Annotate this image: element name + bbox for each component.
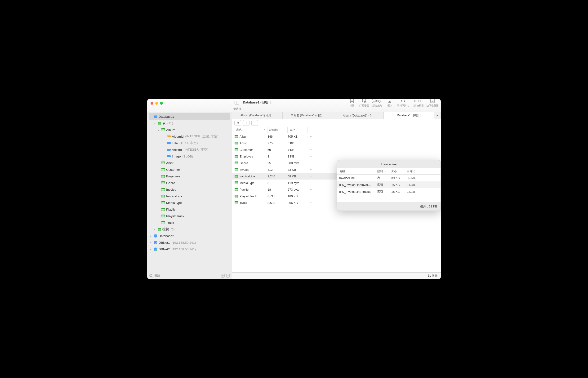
pop-col-size[interactable]: 大小 xyxy=(389,169,404,173)
svg-rect-63 xyxy=(161,201,165,202)
svg-rect-75 xyxy=(161,215,165,215)
sidebar-btn-label: 側邊欄 xyxy=(233,107,241,111)
add-button[interactable]: + xyxy=(243,120,249,126)
chevron-icon: › xyxy=(158,202,160,204)
table-genre[interactable]: ›Genre xyxy=(149,179,230,186)
svg-line-99 xyxy=(152,276,153,277)
svg-rect-87 xyxy=(158,228,161,229)
table-album[interactable]: ⌄Album xyxy=(149,126,230,133)
tab[interactable]: 未命名 (Database1) - [查… xyxy=(283,112,333,119)
sort-asc-icon: ⌃ xyxy=(263,129,265,131)
table-playlisttrack[interactable]: ›PlaylistTrack xyxy=(149,213,230,219)
sidebar: ⌄Database1⌄表 (11)⌄AlbumAlbumId (INTEGER,… xyxy=(147,112,232,279)
tables-group[interactable]: ⌄表 (11) xyxy=(149,120,230,126)
more-button[interactable]: ⋯ xyxy=(310,148,315,152)
db-dbnet1[interactable]: ›DBNet1 (192.168.50.241) xyxy=(149,239,230,246)
svg-point-93 xyxy=(154,234,157,235)
chevron-icon: › xyxy=(158,182,160,184)
more-button[interactable]: ⋯ xyxy=(310,201,315,205)
db-database1[interactable]: ⌄Database1 xyxy=(149,113,230,120)
db-database2[interactable]: ›Database2 xyxy=(149,233,230,239)
views-group[interactable]: ›檢視 (0) xyxy=(149,226,230,233)
svg-rect-69 xyxy=(161,208,165,209)
more-button[interactable]: ⋯ xyxy=(310,188,315,191)
more-button[interactable]: ⋯ xyxy=(310,161,315,165)
table-invoiceline[interactable]: ›InvoiceLine xyxy=(149,193,230,199)
col-name[interactable]: 表名⌃ xyxy=(234,127,267,133)
filter-input[interactable] xyxy=(154,274,220,277)
sql-icon: +SQL xyxy=(372,99,382,104)
column-title[interactable]: Title (TEXT, 非空) xyxy=(149,140,230,146)
table-mediatype[interactable]: ›MediaType xyxy=(149,199,230,206)
pop-col-type[interactable]: 型別⌄ xyxy=(375,169,389,173)
table-row[interactable]: Artist2756 KB⋯ xyxy=(232,140,441,146)
table-row[interactable]: Customer597 KB⋯ xyxy=(232,146,441,153)
titlebar: Database1 - [統計] 打開打開遠端+SQL新建查詢匯入資料庫對比01… xyxy=(147,99,441,112)
table-customer[interactable]: ›Customer xyxy=(149,166,230,173)
table-artist[interactable]: ›Artist xyxy=(149,160,230,166)
table-playlist[interactable]: ›Playlist xyxy=(149,206,230,213)
db-icon xyxy=(350,99,354,104)
table-header: 表名⌃ 記錄數 大小 xyxy=(232,127,441,133)
refresh-button[interactable]: ↻ xyxy=(234,120,241,126)
svg-rect-81 xyxy=(161,221,165,222)
traffic-lights xyxy=(147,99,232,106)
more-button[interactable]: ⋯ xyxy=(310,174,315,178)
more-button[interactable]: ⋯ xyxy=(310,141,315,145)
more-button[interactable]: ⋯ xyxy=(310,154,315,158)
pop-col-name[interactable]: 名稱 xyxy=(337,169,375,173)
new-tab-button[interactable]: + xyxy=(434,112,441,119)
column-image[interactable]: Image (BLOB) xyxy=(149,153,230,160)
popover-row[interactable]: InvoiceLine表39 KB56.6% xyxy=(337,175,441,181)
tab[interactable]: Database1 - [統計] xyxy=(384,112,434,119)
tab[interactable]: Album (Database1) - [… xyxy=(333,112,384,119)
remove-button[interactable]: − xyxy=(251,120,258,126)
compare-icon xyxy=(401,99,406,104)
pop-col-pct[interactable]: 百分比 xyxy=(404,169,421,173)
svg-rect-107 xyxy=(235,135,238,136)
zoom-button[interactable] xyxy=(160,102,163,105)
table-employee[interactable]: ›Employee xyxy=(149,173,230,179)
svg-rect-155 xyxy=(235,188,238,189)
more-button[interactable]: ⋯ xyxy=(310,168,315,172)
svg-rect-23 xyxy=(167,142,171,144)
more-button[interactable]: ⋯ xyxy=(310,135,315,138)
popover-row[interactable]: IFK_InvoiceLineInvoi…索引15 KB21.3% xyxy=(337,181,441,188)
svg-point-2 xyxy=(350,99,354,100)
sort-icon: ⌄ xyxy=(385,170,387,172)
svg-rect-137 xyxy=(235,168,238,169)
table-invoice[interactable]: ›Invoice xyxy=(149,186,230,193)
close-button[interactable] xyxy=(151,102,153,105)
grid-icon[interactable] xyxy=(221,274,225,278)
popover-row[interactable]: IFK_InvoiceLineTrackId索引15 KB22.1% xyxy=(337,188,441,195)
svg-rect-131 xyxy=(235,162,238,162)
minimize-button[interactable] xyxy=(155,102,158,105)
table-track[interactable]: ›Track xyxy=(149,219,230,226)
chevron-icon: › xyxy=(158,162,160,164)
chevron-icon: › xyxy=(158,208,160,211)
svg-rect-39 xyxy=(161,175,165,176)
col-records[interactable]: 記錄數 xyxy=(267,127,287,133)
list-icon[interactable] xyxy=(226,274,230,278)
down-icon xyxy=(388,99,392,104)
table-row[interactable]: Album346705 KB⋯ xyxy=(232,133,441,140)
popover-header: 名稱 型別⌄ 大小 百分比 xyxy=(337,168,441,175)
col-size[interactable]: 大小 xyxy=(287,127,308,133)
chevron-icon: › xyxy=(150,248,152,251)
toggle-sidebar-button[interactable] xyxy=(233,100,240,105)
chevron-icon: ⌄ xyxy=(158,129,160,131)
column-artistid[interactable]: ArtistId (INTEGER, 非空) xyxy=(149,146,230,153)
svg-rect-161 xyxy=(235,195,238,195)
svg-point-6 xyxy=(432,100,433,101)
table-row[interactable]: Employee81 KB⋯ xyxy=(232,153,441,160)
svg-rect-113 xyxy=(235,142,238,142)
more-button[interactable]: ⋯ xyxy=(310,194,315,198)
svg-rect-57 xyxy=(161,195,165,195)
sidebar-footer xyxy=(147,272,232,279)
db-dbnet2[interactable]: ›DBNet2 (192.168.50.241) xyxy=(149,246,230,253)
svg-rect-167 xyxy=(235,201,238,202)
tab[interactable]: Album (Database1) - [資… xyxy=(232,112,283,119)
more-button[interactable]: ⋯ xyxy=(310,181,315,185)
column-albumid[interactable]: AlbumId (INTEGER, 主鍵, 非空) xyxy=(149,133,230,140)
svg-rect-16 xyxy=(161,128,165,129)
